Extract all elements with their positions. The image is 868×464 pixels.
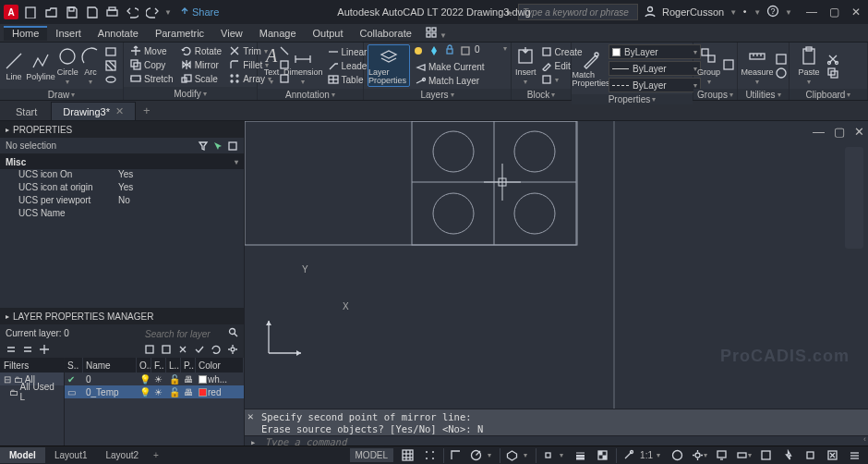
layer-i4-icon[interactable] bbox=[459, 44, 472, 57]
command-line[interactable]: ✕ Specify second point of mirror line: E… bbox=[245, 409, 868, 446]
rotate-button[interactable]: Rotate bbox=[178, 44, 224, 57]
hardware-accel-icon[interactable] bbox=[779, 448, 796, 463]
qat-saveas-icon[interactable] bbox=[83, 4, 100, 20]
layer-search-input[interactable] bbox=[145, 329, 228, 339]
freeze-all-icon[interactable] bbox=[39, 344, 50, 355]
prop-val[interactable]: Yes bbox=[118, 182, 244, 195]
hatch-icon[interactable] bbox=[102, 59, 119, 72]
arc-button[interactable]: Arc▾ bbox=[80, 44, 101, 87]
layout-tab-add[interactable]: + bbox=[148, 447, 164, 463]
layer-manager-header[interactable]: ▸LAYER PROPERTIES MANAGER bbox=[0, 308, 244, 324]
prop-val[interactable] bbox=[118, 208, 244, 221]
dimension-button[interactable]: Dimension▾ bbox=[283, 44, 323, 87]
new-layer2-icon[interactable] bbox=[22, 344, 33, 355]
qat-redo-icon[interactable] bbox=[144, 4, 161, 20]
mirror-button[interactable]: Mirror bbox=[178, 58, 224, 71]
isodraft-icon[interactable] bbox=[503, 448, 520, 463]
share-button[interactable]: Share bbox=[179, 6, 219, 18]
rect-icon[interactable] bbox=[102, 45, 119, 58]
cleanscreen-icon[interactable] bbox=[824, 448, 840, 463]
menu-manage[interactable]: Manage bbox=[251, 26, 305, 41]
restore-button[interactable]: ▢ bbox=[826, 6, 842, 18]
app-menu-button[interactable]: A bbox=[4, 5, 18, 19]
delete-layer-icon[interactable] bbox=[177, 344, 188, 355]
layer-i2-icon[interactable] bbox=[428, 44, 440, 57]
copy-button[interactable]: Copy bbox=[127, 58, 176, 71]
layer-states-icon[interactable] bbox=[161, 344, 172, 355]
annoscale-icon-2[interactable] bbox=[669, 448, 685, 463]
annomonitor-icon[interactable] bbox=[713, 448, 729, 463]
qat-undo-icon[interactable] bbox=[124, 4, 140, 20]
model-space-button[interactable]: MODEL bbox=[350, 448, 394, 462]
misc-section-header[interactable]: Misc▾ bbox=[0, 154, 244, 169]
refresh-icon[interactable] bbox=[211, 344, 222, 355]
cut-icon[interactable] bbox=[826, 53, 839, 66]
properties-header[interactable]: ▸PROPERTIES bbox=[0, 121, 244, 138]
match-properties-button[interactable]: Match Properties bbox=[575, 47, 607, 90]
osnap-icon[interactable] bbox=[539, 448, 556, 463]
toggle-pickadd-icon[interactable] bbox=[227, 140, 238, 152]
search-icon[interactable] bbox=[228, 327, 238, 337]
prop-val[interactable]: No bbox=[118, 195, 244, 208]
help-search-input[interactable]: Type a keyword or phrase bbox=[518, 4, 638, 20]
selection-combo[interactable]: No selection bbox=[6, 140, 56, 151]
layout-tab-layout1[interactable]: Layout1 bbox=[45, 447, 97, 463]
move-button[interactable]: Move bbox=[127, 44, 176, 57]
make-current-button[interactable]: Make Current bbox=[412, 60, 507, 73]
file-tab-start[interactable]: Start bbox=[4, 103, 49, 120]
menu-insert[interactable]: Insert bbox=[47, 26, 90, 41]
ortho-icon[interactable] bbox=[447, 448, 464, 463]
layer-i1-icon[interactable] bbox=[412, 44, 425, 57]
layer-i3-icon[interactable] bbox=[443, 44, 456, 57]
text-button[interactable]: AText▾ bbox=[261, 44, 282, 87]
snap-icon[interactable] bbox=[421, 448, 438, 463]
insert-button[interactable]: Insert▾ bbox=[515, 44, 536, 87]
layer-properties-button[interactable]: Layer Properties bbox=[368, 44, 410, 87]
color-combo[interactable]: ByLayer▾ bbox=[609, 44, 701, 59]
copy-clip-icon[interactable] bbox=[826, 67, 839, 79]
quickprops-icon[interactable] bbox=[757, 448, 774, 463]
filter-used[interactable]: 🗀 All Used L bbox=[0, 385, 64, 398]
menu-home[interactable]: Home bbox=[4, 26, 47, 41]
set-current-icon[interactable] bbox=[194, 344, 205, 355]
select-objects-icon[interactable] bbox=[212, 140, 223, 152]
linetype-combo[interactable]: ByLayer▾ bbox=[609, 78, 701, 92]
group2-icon[interactable] bbox=[722, 58, 735, 71]
isolate-icon[interactable] bbox=[802, 448, 818, 463]
annoscale-icon-1[interactable] bbox=[620, 448, 636, 463]
help-icon[interactable]: ? bbox=[766, 5, 779, 19]
close-tab-icon[interactable]: ✕ bbox=[115, 105, 124, 117]
units-icon[interactable]: ▾ bbox=[735, 448, 752, 463]
layout-tab-layout2[interactable]: Layout2 bbox=[96, 447, 148, 463]
autodesk-app-icon[interactable]: 🞄 bbox=[742, 6, 748, 18]
qat-new-icon[interactable] bbox=[22, 4, 39, 20]
featured-apps-icon[interactable]: ▼ bbox=[420, 27, 452, 40]
user-name[interactable]: RogerCusson bbox=[662, 6, 724, 18]
util2-icon[interactable] bbox=[775, 53, 788, 66]
match-layer-button[interactable]: Match Layer bbox=[412, 74, 507, 87]
drawing-viewport[interactable]: — ▢ ✕ bbox=[245, 121, 868, 409]
qat-dropdown-icon[interactable]: ▼ bbox=[164, 8, 172, 17]
minimize-button[interactable]: — bbox=[803, 6, 820, 18]
grid-icon[interactable] bbox=[399, 448, 416, 463]
layer-row-temp[interactable]: ▭ 0_Temp 💡 ☀ 🔓 🖶 red bbox=[65, 385, 244, 398]
new-layer-icon[interactable] bbox=[6, 344, 17, 355]
stretch-button[interactable]: Stretch bbox=[127, 72, 176, 85]
signin-icon[interactable] bbox=[644, 5, 657, 19]
qat-plot-icon[interactable] bbox=[103, 4, 120, 20]
anno-scale-value[interactable]: 1:1 bbox=[640, 450, 653, 460]
menu-view[interactable]: View bbox=[212, 26, 251, 41]
ellipse-icon[interactable] bbox=[102, 73, 119, 86]
circle-button[interactable]: Circle▾ bbox=[57, 44, 78, 87]
prop-val[interactable]: Yes bbox=[118, 169, 244, 182]
settings-icon[interactable] bbox=[227, 344, 238, 355]
customize-icon[interactable] bbox=[846, 448, 862, 463]
lineweight-combo[interactable]: ByLayer▾ bbox=[609, 61, 701, 76]
line-button[interactable]: Line bbox=[4, 44, 24, 87]
util3-icon[interactable] bbox=[775, 67, 788, 79]
menu-collaborate[interactable]: Collaborate bbox=[352, 26, 420, 41]
close-button[interactable]: ✕ bbox=[848, 6, 864, 18]
workspace-icon[interactable]: ▾ bbox=[691, 448, 707, 463]
menu-parametric[interactable]: Parametric bbox=[147, 26, 212, 41]
group-button[interactable]: Group▾ bbox=[697, 44, 720, 87]
